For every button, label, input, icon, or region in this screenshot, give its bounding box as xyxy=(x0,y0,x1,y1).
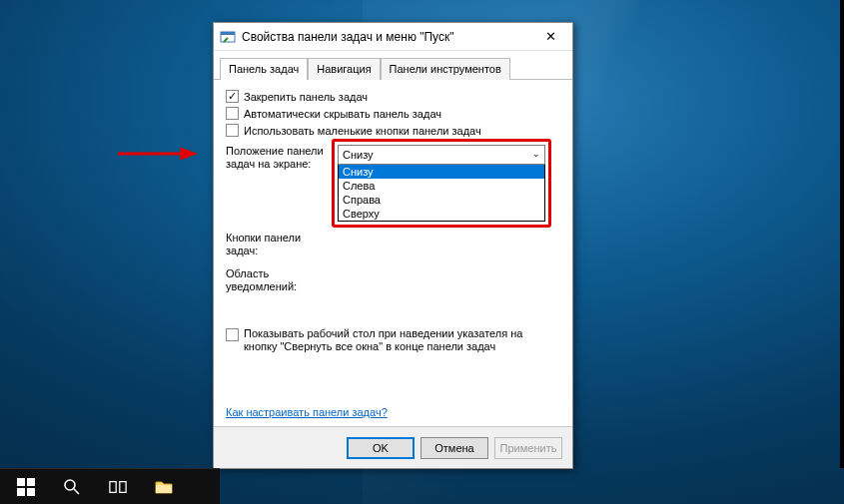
checkbox-lock-taskbar[interactable]: Закрепить панель задач xyxy=(226,90,560,103)
taskbar-properties-dialog: Свойства панели задач и меню "Пуск" ✕ Па… xyxy=(213,22,573,469)
tab-toolbars[interactable]: Панели инструментов xyxy=(381,58,510,80)
window-title: Свойства панели задач и меню "Пуск" xyxy=(242,30,530,44)
svg-point-8 xyxy=(65,480,75,490)
notification-row: Область уведомлений: xyxy=(226,267,560,293)
checkbox-small-buttons[interactable]: Использовать маленькие кнопки панели зад… xyxy=(226,124,560,137)
position-combobox[interactable]: Снизу ⌄ xyxy=(338,145,545,165)
svg-marker-1 xyxy=(180,148,198,161)
position-dropdown-wrap: Снизу ⌄ Снизу Слева Справа Сверху xyxy=(338,145,545,222)
start-button[interactable] xyxy=(4,469,48,505)
search-button[interactable] xyxy=(50,469,94,505)
windows-logo-icon xyxy=(17,478,35,496)
task-view-button[interactable] xyxy=(96,469,140,505)
checkbox-label: Автоматически скрывать панель задач xyxy=(244,108,441,120)
cancel-button[interactable]: Отмена xyxy=(421,437,488,459)
file-explorer-button[interactable] xyxy=(142,469,186,505)
close-button[interactable]: ✕ xyxy=(530,24,570,50)
svg-rect-10 xyxy=(110,481,116,492)
checkbox-label: Показывать рабочий стол при наведении ук… xyxy=(244,327,543,353)
chevron-down-icon: ⌄ xyxy=(532,149,540,159)
window-icon xyxy=(220,29,236,45)
checkbox-icon xyxy=(226,107,239,120)
combine-row: Кнопки панели задач: xyxy=(226,232,560,257)
position-label: Положение панели задач на экране: xyxy=(226,145,336,171)
svg-rect-6 xyxy=(17,488,25,496)
crop-edge xyxy=(840,0,844,468)
tab-navigation[interactable]: Навигация xyxy=(308,58,380,80)
svg-rect-5 xyxy=(27,478,35,486)
titlebar[interactable]: Свойства панели задач и меню "Пуск" ✕ xyxy=(214,23,572,51)
combine-label: Кнопки панели задач: xyxy=(226,232,336,257)
dropdown-option[interactable]: Слева xyxy=(339,179,544,193)
svg-rect-7 xyxy=(27,488,35,496)
combobox-value: Снизу xyxy=(343,149,374,161)
dialog-footer: OK Отмена Применить xyxy=(214,426,572,468)
tab-strip: Панель задач Навигация Панели инструмент… xyxy=(214,51,572,80)
svg-rect-12 xyxy=(156,485,172,493)
checkbox-icon xyxy=(226,124,239,137)
checkbox-label: Закрепить панель задач xyxy=(244,91,368,103)
svg-rect-11 xyxy=(120,481,126,492)
help-link-row: Как настраивать панели задач? xyxy=(226,406,388,418)
svg-rect-4 xyxy=(17,478,25,486)
folder-icon xyxy=(155,478,173,496)
checkbox-autohide[interactable]: Автоматически скрывать панель задач xyxy=(226,107,560,120)
position-row: Положение панели задач на экране: Снизу … xyxy=(226,145,560,222)
tab-taskbar[interactable]: Панель задач xyxy=(220,58,308,80)
dialog-body: Закрепить панель задач Автоматически скр… xyxy=(214,80,572,426)
search-icon xyxy=(63,478,81,496)
task-view-icon xyxy=(109,478,127,496)
desktop-background: Свойства панели задач и меню "Пуск" ✕ Па… xyxy=(0,0,844,504)
svg-line-9 xyxy=(74,489,79,494)
checkbox-peek-desktop[interactable]: Показывать рабочий стол при наведении ук… xyxy=(226,327,560,353)
dropdown-option[interactable]: Сверху xyxy=(339,207,544,221)
taskbar[interactable] xyxy=(0,468,220,504)
position-dropdown-list: Снизу Слева Справа Сверху xyxy=(338,165,545,222)
dropdown-option[interactable]: Снизу xyxy=(339,165,544,179)
notification-label: Область уведомлений: xyxy=(226,267,336,293)
svg-rect-3 xyxy=(221,32,235,35)
ok-button[interactable]: OK xyxy=(347,437,415,459)
annotation-arrow xyxy=(118,146,198,162)
dropdown-option[interactable]: Справа xyxy=(339,193,544,207)
checkbox-icon xyxy=(226,90,239,103)
help-link[interactable]: Как настраивать панели задач? xyxy=(226,406,388,418)
apply-button: Применить xyxy=(494,437,562,459)
close-icon: ✕ xyxy=(545,30,556,43)
checkbox-icon xyxy=(226,328,239,341)
checkbox-label: Использовать маленькие кнопки панели зад… xyxy=(244,125,481,137)
